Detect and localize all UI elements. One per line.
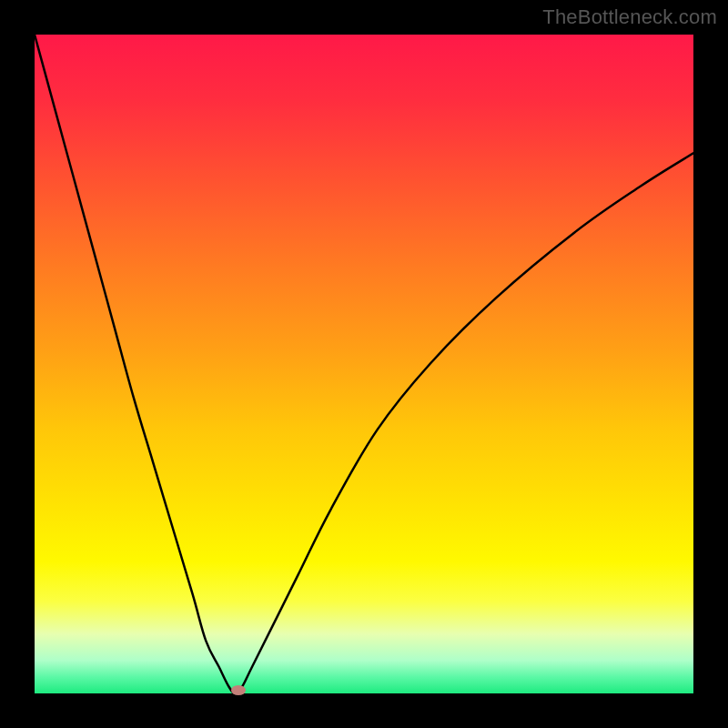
optimal-point-marker <box>231 685 246 695</box>
chart-frame: TheBottleneck.com <box>0 0 728 728</box>
bottleneck-curve <box>35 35 693 693</box>
plot-area <box>35 35 693 693</box>
watermark-text: TheBottleneck.com <box>542 5 717 29</box>
